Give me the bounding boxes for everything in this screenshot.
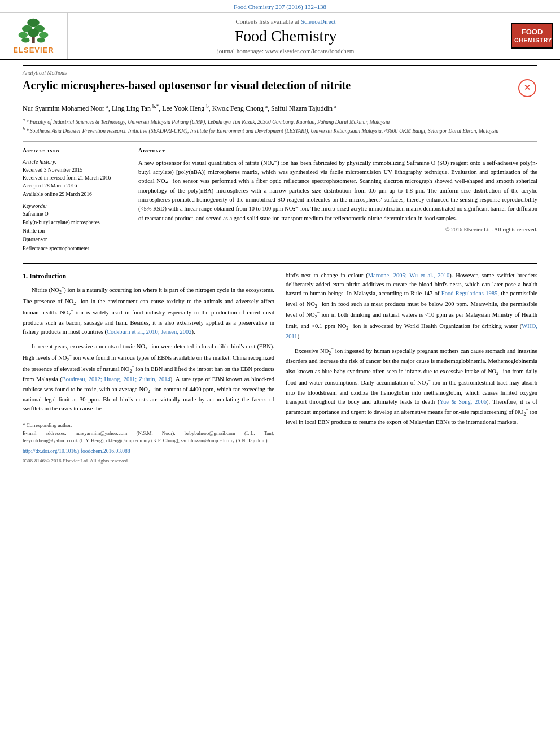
section-1-number: 1. [23,272,28,280]
article-title-row: Acrylic microspheres-based optosensor fo… [23,78,537,98]
ref-who[interactable]: WHO, 2011 [286,323,537,339]
keywords-section: Keywords: Safranine O Poly(n-butyl acryl… [23,203,127,253]
science-direct-line: Contents lists available at ScienceDirec… [235,18,335,25]
intro-para-2: In recent years, excessive amounts of to… [23,341,274,413]
abstract-heading: Abstract [138,147,537,155]
intro-para-3: bird's nest to change in colour (Marcone… [286,271,537,341]
section-1-title: Introduction [29,272,66,280]
keywords-list: Safranine O Poly(n-butyl acrylate) micro… [23,210,127,253]
svg-point-4 [28,29,39,37]
accepted-date: Accepted 28 March 2016 [23,182,127,190]
citation-text: Food Chemistry 207 (2016) 132–138 [234,3,326,10]
journal-homepage: journal homepage: www.elsevier.com/locat… [217,47,354,54]
affiliations: a ᵃ Faculty of Industrial Sciences & Tec… [23,117,537,136]
email-addresses: E-mail addresses: nursyarmim@yahoo.com (… [23,430,274,445]
badge-food-text: FOOD [514,28,550,37]
abstract-col: Abstract A new optosensor for visual qua… [138,147,537,257]
intro-para-4: Excessive NO2− ion ingested by human esp… [286,346,537,427]
corresponding-note: * Corresponding author. [23,422,274,430]
ref-yue[interactable]: Yue & Song, 2006 [439,399,487,405]
issn-line: 0308-8146/© 2016 Elsevier Ltd. All right… [23,457,274,465]
svg-point-5 [39,32,48,38]
journal-title: Food Chemistry [234,27,336,45]
body-col-left: 1. Introduction Nitrite (NO2−) ion is a … [23,271,274,465]
received-date: Received 3 November 2015 [23,166,127,174]
intro-para-1: Nitrite (NO2−) ion is a naturally occurr… [23,285,274,337]
ref-cockburn[interactable]: Cockburn et al., 2010; Jensen, 2002 [107,329,191,335]
ref-food-reg[interactable]: Food Regulations 1985 [441,290,498,296]
elsevier-brand-text: ELSEVIER [13,46,54,54]
ref-boudreau[interactable]: Boudreau, 2012; Huang, 2011; Zuhrin, 201… [62,376,170,382]
crossmark-icon: ✕ [518,79,536,97]
article-title-text: Acrylic microspheres-based optosensor fo… [23,78,517,93]
revised-date: Received in revised form 21 March 2016 [23,174,127,182]
article-info-col: Article info Article history: Received 3… [23,147,127,257]
journal-header-center: Contents lists available at ScienceDirec… [68,13,504,59]
journal-badge-area: FOOD CHEMISTRY [504,13,560,59]
doi-link[interactable]: http://dx.doi.org/10.1016/j.foodchem.201… [23,447,274,456]
article-content: Analytical Methods Acrylic microspheres-… [0,60,560,471]
page-wrapper: Food Chemistry 207 (2016) 132–138 ELSEVI… [0,0,560,747]
authors-line: Nur Syarmim Mohamed Noor a, Ling Ling Ta… [23,103,537,113]
badge-chem-text: CHEMISTRY [514,37,550,44]
section-label: Analytical Methods [23,65,537,76]
science-direct-link[interactable]: ScienceDirect [301,18,336,25]
info-abstract-section: Article info Article history: Received 3… [23,141,537,257]
svg-point-7 [22,37,30,42]
svg-point-8 [37,37,46,42]
article-history: Article history: Received 3 November 201… [23,159,127,198]
crossmark-badge: ✕ [517,78,537,98]
elsevier-logo-area: ELSEVIER [0,13,68,59]
history-label: Article history: [23,159,127,165]
online-date: Available online 29 March 2016 [23,190,127,198]
body-section: 1. Introduction Nitrite (NO2−) ion is a … [23,263,537,465]
section-1-heading: 1. Introduction [23,271,274,282]
elsevier-logo: ELSEVIER [13,18,54,54]
journal-header: ELSEVIER Contents lists available at Sci… [0,13,560,60]
svg-rect-6 [32,37,35,43]
top-bar: Food Chemistry 207 (2016) 132–138 [0,0,560,13]
food-chemistry-badge: FOOD CHEMISTRY [511,23,553,49]
ref-marcone[interactable]: Marcone, 2005; Wu et al., 2010 [368,272,449,278]
abstract-text: A new optosensor for visual quantitation… [138,159,537,223]
elsevier-tree-icon [16,18,50,46]
footnotes-area: * Corresponding author. E-mail addresses… [23,418,274,445]
svg-point-3 [19,32,28,38]
keywords-label: Keywords: [23,203,127,209]
affiliation-a: a ᵃ Faculty of Industrial Sciences & Tec… [23,117,537,126]
article-info-heading: Article info [23,147,127,155]
copyright-notice: © 2016 Elsevier Ltd. All rights reserved… [138,226,537,233]
body-col-right: bird's nest to change in colour (Marcone… [286,271,537,465]
affiliation-b: b ᵇ Southeast Asia Disaster Prevention R… [23,126,537,135]
